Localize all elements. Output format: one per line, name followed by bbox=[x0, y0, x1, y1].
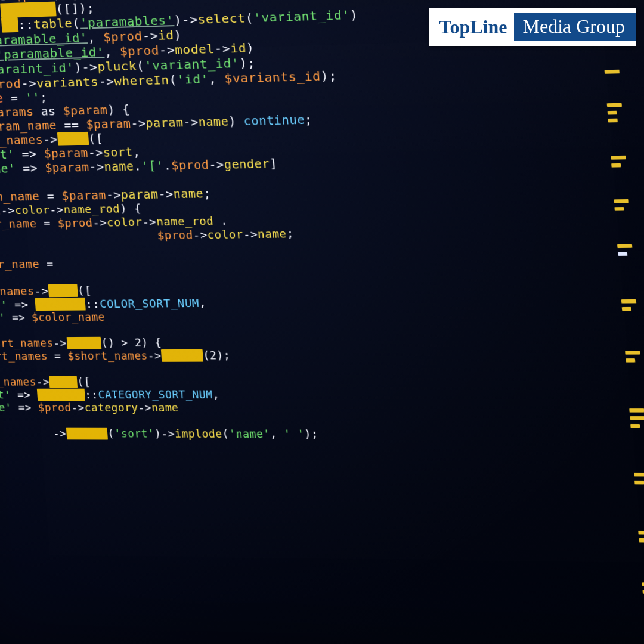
minimap-bar bbox=[614, 199, 629, 203]
code-line[interactable]: ]); bbox=[0, 414, 621, 429]
minimap-bar bbox=[629, 408, 644, 412]
code-line[interactable]: 'sort' => Product::CATEGORY_SORT_NUM, bbox=[0, 388, 620, 402]
minimap-bar bbox=[639, 538, 644, 543]
minimap-bar bbox=[630, 424, 640, 428]
minimap-bar bbox=[605, 70, 620, 74]
minimap-bar bbox=[611, 163, 621, 168]
editor-window: ::with('params', 'model.params');roducts… bbox=[0, 0, 644, 644]
brand-right: Media Group bbox=[514, 13, 636, 41]
minimap-bar bbox=[626, 358, 635, 363]
code-line[interactable]: ->sortBy('sort')->implode('name', ' '); bbox=[0, 427, 622, 442]
minimap-bar bbox=[625, 351, 640, 355]
minimap-bar bbox=[638, 531, 644, 535]
minimap-bar bbox=[634, 473, 644, 477]
minimap-bar bbox=[607, 103, 622, 107]
brand-left: TopLine bbox=[429, 16, 514, 38]
code-area[interactable]: ::with('params', 'model.params');roducts… bbox=[0, 0, 644, 644]
minimap-bar bbox=[608, 111, 617, 115]
minimap-bar bbox=[630, 416, 644, 420]
minimap-bar bbox=[611, 156, 626, 160]
minimap-bar bbox=[614, 207, 624, 211]
minimap-bar bbox=[642, 582, 644, 586]
code-line[interactable]: } bbox=[0, 361, 617, 376]
code-line[interactable]: 'name' => $prod->category->name bbox=[0, 401, 620, 415]
brand-badge: TopLine Media Group bbox=[429, 8, 636, 46]
minimap-bar bbox=[621, 299, 636, 304]
minimap-bar bbox=[634, 481, 644, 485]
minimap-bar bbox=[618, 252, 627, 256]
code-line[interactable]: $short_names->push([ bbox=[0, 374, 618, 389]
minimap-bar bbox=[622, 307, 631, 311]
minimap-bar bbox=[608, 119, 618, 123]
minimap-bar bbox=[617, 244, 632, 248]
